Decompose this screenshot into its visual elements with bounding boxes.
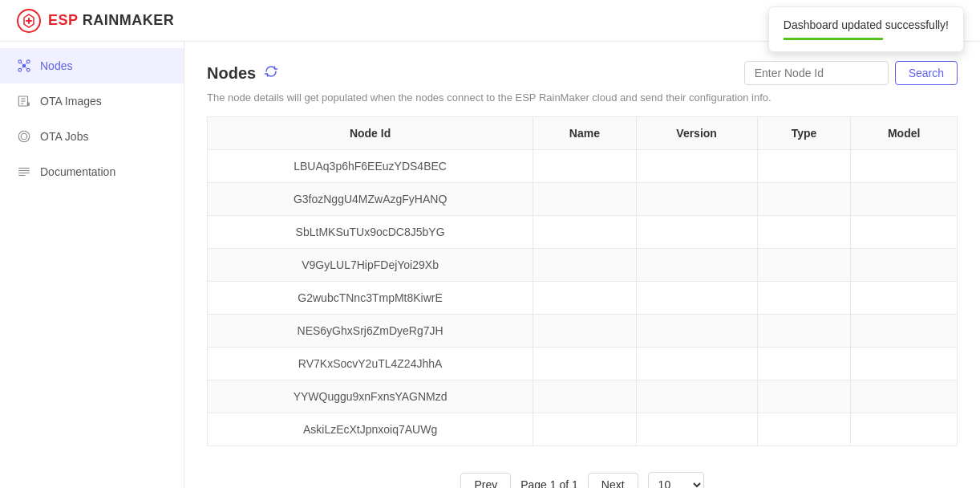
col-header-version: Version	[636, 117, 757, 150]
svg-line-6	[21, 63, 22, 64]
table-row[interactable]: YYWQuggu9xnFxnsYAGNMzd	[208, 380, 958, 413]
ota-jobs-icon	[16, 128, 32, 144]
prev-button[interactable]: Prev	[460, 473, 511, 488]
sidebar-ota-images-label: OTA Images	[40, 95, 102, 108]
cell-name	[533, 183, 636, 216]
svg-rect-14	[27, 103, 30, 107]
cell-model	[851, 282, 958, 315]
logo-icon	[16, 8, 42, 34]
cell-model	[851, 348, 958, 380]
cell-type	[757, 216, 851, 249]
cell-name	[533, 413, 636, 446]
toast-notification: Dashboard updated successfully!	[768, 6, 964, 52]
cell-type	[757, 150, 851, 183]
toast-message: Dashboard updated successfully!	[784, 18, 949, 31]
cell-name	[533, 380, 636, 413]
pagination: Prev Page 1 of 1 Next 10 20 50	[207, 472, 958, 488]
cell-name	[533, 216, 636, 249]
cell-node_id: LBUAq3p6hF6EEuzYDS4BEC	[208, 150, 533, 183]
sidebar-ota-jobs-label: OTA Jobs	[40, 130, 88, 143]
cell-type	[757, 315, 851, 348]
table-row[interactable]: G2wubcTNnc3TmpMt8KiwrE	[208, 282, 958, 315]
svg-point-15	[18, 131, 30, 142]
sidebar-nodes-label: Nodes	[40, 59, 72, 72]
table-row[interactable]: AskiLzEcXtJpnxoiq7AUWg	[208, 413, 958, 446]
sidebar-item-nodes[interactable]: Nodes	[0, 48, 184, 83]
table-row[interactable]: LBUAq3p6hF6EEuzYDS4BEC	[208, 150, 958, 183]
cell-type	[757, 183, 851, 216]
sidebar-item-documentation[interactable]: Documentation	[0, 154, 184, 189]
page-title-area: Nodes	[207, 64, 278, 83]
col-header-node-id: Node Id	[208, 117, 533, 150]
cell-node_id: RV7KxSocvY2uTL4Z24JhhA	[208, 348, 533, 380]
next-button[interactable]: Next	[588, 473, 638, 488]
table-row[interactable]: SbLtMKSuTUx9ocDC8J5bYG	[208, 216, 958, 249]
nodes-icon	[16, 58, 32, 74]
cell-model	[851, 380, 958, 413]
logo-rainmaker: RAINMAKER	[78, 12, 174, 28]
cell-name	[533, 249, 636, 282]
cell-type	[757, 249, 851, 282]
cell-model	[851, 216, 958, 249]
content-area: Nodes Search The node details will get p…	[184, 42, 980, 488]
cell-node_id: YYWQuggu9xnFxnsYAGNMzd	[208, 380, 533, 413]
cell-node_id: NES6yGhxSrj6ZmDyeRg7JH	[208, 315, 533, 348]
cell-version	[636, 413, 757, 446]
cell-node_id: G3fozNggU4MZwAzgFyHANQ	[208, 183, 533, 216]
documentation-icon	[16, 164, 32, 180]
logo-esp: ESP	[48, 12, 78, 28]
table-row[interactable]: V9GyLUL7HipFDejYoi29Xb	[208, 249, 958, 282]
logo-area: ESP RAINMAKER	[16, 8, 174, 34]
ota-images-icon	[16, 93, 32, 109]
cell-name	[533, 282, 636, 315]
cell-version	[636, 249, 757, 282]
cell-type	[757, 413, 851, 446]
cell-name	[533, 348, 636, 380]
cell-model	[851, 249, 958, 282]
cell-model	[851, 183, 958, 216]
page-size-select[interactable]: 10 20 50	[648, 472, 704, 488]
cell-node_id: V9GyLUL7HipFDejYoi29Xb	[208, 249, 533, 282]
cell-version	[636, 150, 757, 183]
svg-point-3	[26, 60, 30, 63]
search-input[interactable]	[744, 61, 889, 85]
svg-point-2	[18, 60, 22, 63]
cell-node_id: AskiLzEcXtJpnxoiq7AUWg	[208, 413, 533, 446]
cell-version	[636, 216, 757, 249]
cell-model	[851, 315, 958, 348]
main-layout: Nodes OTA Images	[0, 42, 980, 488]
sidebar: Nodes OTA Images	[0, 42, 184, 488]
cell-version	[636, 348, 757, 380]
col-header-name: Name	[533, 117, 636, 150]
cell-version	[636, 183, 757, 216]
table-row[interactable]: G3fozNggU4MZwAzgFyHANQ	[208, 183, 958, 216]
cell-model	[851, 150, 958, 183]
col-header-model: Model	[851, 117, 958, 150]
cell-node_id: G2wubcTNnc3TmpMt8KiwrE	[208, 282, 533, 315]
table-row[interactable]: RV7KxSocvY2uTL4Z24JhhA	[208, 348, 958, 380]
svg-point-4	[18, 68, 22, 71]
cell-model	[851, 413, 958, 446]
page-header: Nodes Search	[207, 61, 958, 85]
refresh-button[interactable]	[264, 64, 278, 82]
cell-version	[636, 315, 757, 348]
cell-name	[533, 315, 636, 348]
table-row[interactable]: NES6yGhxSrj6ZmDyeRg7JH	[208, 315, 958, 348]
cell-type	[757, 380, 851, 413]
page-info: Page 1 of 1	[520, 478, 578, 488]
cell-type	[757, 348, 851, 380]
cell-name	[533, 150, 636, 183]
cell-version	[636, 380, 757, 413]
page-subtitle: The node details will get populated when…	[207, 92, 958, 104]
search-button[interactable]: Search	[895, 61, 958, 85]
sidebar-item-ota-jobs[interactable]: OTA Jobs	[0, 119, 184, 154]
toast-progress-bar	[784, 38, 883, 40]
sidebar-item-ota-images[interactable]: OTA Images	[0, 83, 184, 119]
cell-version	[636, 282, 757, 315]
nodes-table: Node Id Name Version Type Model LBUAq3p6…	[207, 116, 958, 446]
header: ESP RAINMAKER Dashboard updated successf…	[0, 0, 980, 42]
svg-line-8	[21, 67, 22, 69]
page-title: Nodes	[207, 64, 256, 83]
svg-line-9	[26, 67, 27, 69]
col-header-type: Type	[757, 117, 851, 150]
